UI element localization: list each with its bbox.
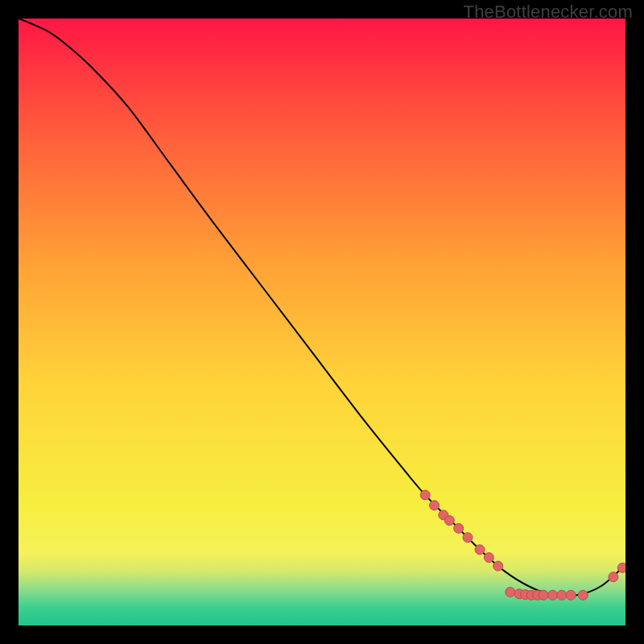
gradient-background [19,19,625,625]
data-marker [484,553,493,563]
data-marker [609,572,618,582]
watermark-text: TheBottlenecker.com [464,2,633,23]
bottleneck-chart [19,19,625,625]
data-marker [420,490,430,500]
data-marker [444,516,454,526]
data-marker [454,523,464,533]
data-marker [463,533,473,543]
data-marker [548,590,558,600]
data-marker [578,590,588,600]
data-marker [557,590,567,600]
data-marker [617,563,625,572]
plot-area [19,19,625,625]
chart-frame: TheBottlenecker.com [0,0,644,644]
data-marker [493,561,503,571]
data-marker [506,588,515,597]
data-marker [475,545,485,555]
data-marker [566,590,576,600]
data-marker [429,501,439,510]
data-marker [539,590,548,600]
